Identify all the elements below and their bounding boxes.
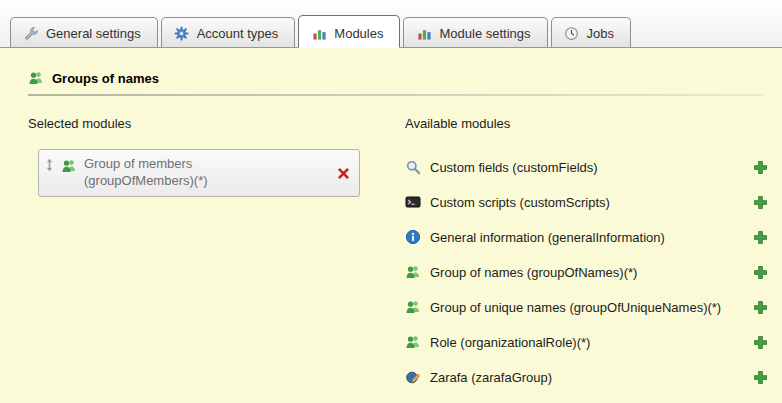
- group-icon: [28, 70, 44, 86]
- drag-handle-icon[interactable]: [45, 158, 54, 172]
- green-plus-icon: [753, 335, 768, 350]
- module-label: General information (generalInformation): [430, 230, 665, 245]
- add-module-button[interactable]: [753, 230, 768, 245]
- group-icon: [61, 158, 77, 174]
- available-module-row: Role (organizationalRole)(*): [405, 331, 768, 353]
- info-icon: [405, 229, 421, 245]
- clock-icon: [564, 25, 580, 41]
- available-module-row: Zarafa (zarafaGroup): [405, 366, 768, 388]
- available-module-row: Custom fields (customFields): [405, 156, 768, 178]
- magnifier-icon: [405, 159, 421, 175]
- tab-modules[interactable]: Modules: [298, 15, 400, 48]
- add-module-button[interactable]: [753, 160, 768, 175]
- green-plus-icon: [753, 265, 768, 280]
- section-title: Groups of names: [52, 71, 159, 86]
- green-plus-icon: [753, 230, 768, 245]
- group-icon: [405, 334, 421, 350]
- module-label: Group of names (groupOfNames)(*): [430, 265, 637, 280]
- add-module-button[interactable]: [753, 370, 768, 385]
- module-label: Role (organizationalRole)(*): [430, 335, 590, 350]
- selected-modules-heading: Selected modules: [28, 116, 380, 131]
- add-module-button[interactable]: [753, 300, 768, 315]
- module-label: Group of unique names (groupOfUniqueName…: [430, 300, 721, 315]
- green-plus-icon: [753, 300, 768, 315]
- tab-general-settings[interactable]: General settings: [10, 17, 158, 47]
- module-columns: Selected modules: [28, 116, 782, 401]
- remove-module-button[interactable]: [336, 164, 351, 181]
- module-label: Custom fields (customFields): [430, 160, 598, 175]
- modules-tab-panel: Groups of names Selected modules: [0, 48, 782, 403]
- group-icon: [405, 264, 421, 280]
- section-divider: [28, 94, 764, 96]
- group-icon: [405, 299, 421, 315]
- gear-icon: [174, 25, 190, 41]
- available-module-row: Group of unique names (groupOfUniqueName…: [405, 296, 768, 318]
- tab-jobs[interactable]: Jobs: [551, 17, 631, 47]
- available-module-row: Group of names (groupOfNames)(*): [405, 261, 768, 283]
- section-header: Groups of names: [0, 48, 782, 92]
- zarafa-icon: [405, 369, 421, 385]
- terminal-icon: [405, 194, 421, 210]
- green-plus-icon: [753, 160, 768, 175]
- module-label: Group of members (groupOfMembers)(*): [84, 156, 284, 190]
- tab-label: Modules: [334, 26, 383, 41]
- tab-account-types[interactable]: Account types: [161, 17, 296, 47]
- tab-module-settings[interactable]: Module settings: [403, 17, 547, 47]
- green-plus-icon: [753, 370, 768, 385]
- module-label: Zarafa (zarafaGroup): [430, 370, 552, 385]
- tab-label: Account types: [197, 26, 279, 41]
- available-modules-column: Available modules Custom fields (customF…: [405, 116, 782, 401]
- green-plus-icon: [753, 195, 768, 210]
- add-module-button[interactable]: [753, 195, 768, 210]
- bar-chart-icon: [311, 25, 327, 41]
- wrench-icon: [23, 25, 39, 41]
- tab-bar: General settings Account types: [0, 0, 782, 48]
- red-x-icon: [336, 166, 351, 181]
- selected-module-item: Group of members (groupOfMembers)(*): [38, 149, 360, 197]
- tab-label: General settings: [46, 26, 141, 41]
- available-module-row: Custom scripts (customScripts): [405, 191, 768, 213]
- add-module-button[interactable]: [753, 265, 768, 280]
- bar-chart-icon: [416, 25, 432, 41]
- add-module-button[interactable]: [753, 335, 768, 350]
- tab-label: Jobs: [587, 26, 614, 41]
- selected-modules-column: Selected modules: [28, 116, 380, 401]
- available-modules-heading: Available modules: [405, 116, 768, 131]
- module-label: Custom scripts (customScripts): [430, 195, 610, 210]
- tab-label: Module settings: [439, 26, 530, 41]
- available-module-row: General information (generalInformation): [405, 226, 768, 248]
